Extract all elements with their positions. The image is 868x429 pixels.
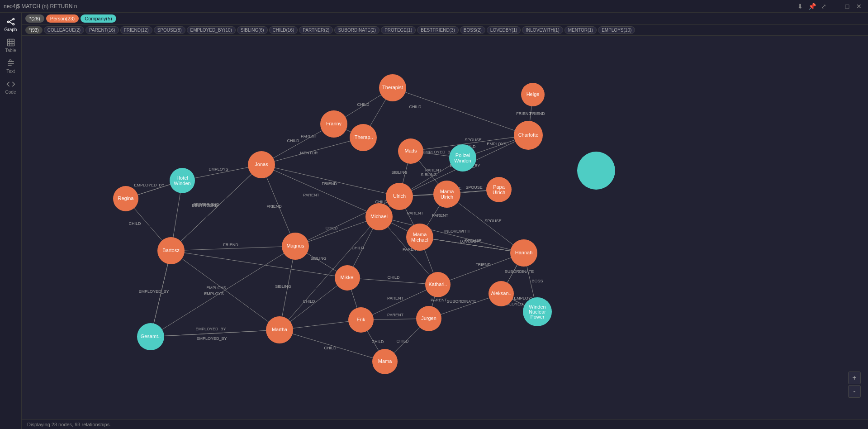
svg-text:LOVEDBY: LOVEDBY <box>460 239 479 243</box>
download-btn[interactable]: ⬇ <box>795 1 806 12</box>
svg-text:SIBLING: SIBLING <box>275 284 291 289</box>
svg-text:CHILD: CHILD <box>396 339 409 343</box>
main-layout: Graph Table A Text Code <box>0 13 868 429</box>
node-martha[interactable] <box>266 316 293 343</box>
rel-chip-all[interactable]: *(93) <box>25 26 43 34</box>
sidebar-item-graph[interactable]: Graph <box>1 14 21 34</box>
svg-text:PARENT: PARENT <box>303 193 319 197</box>
sidebar-text-label: Text <box>6 69 14 74</box>
rel-filter-bar: *(93) COLLEAGUE(2) PARENT(16) FRIEND(12)… <box>22 25 868 36</box>
node-jurgen[interactable] <box>416 306 441 331</box>
graph-canvas[interactable]: CHILD CHILD FRIEND FRIEND CHILD PARENT M… <box>22 36 868 419</box>
node-aleksan[interactable] <box>489 281 514 306</box>
svg-text:EMPLOYED_BY: EMPLOYED_BY <box>195 327 226 331</box>
svg-text:EMPLOYS: EMPLOYS <box>487 142 507 146</box>
svg-text:EMPLOYED_BY: EMPLOYED_BY <box>134 183 164 187</box>
chip-company[interactable]: Company(5) <box>81 14 116 23</box>
svg-text:SIBLING: SIBLING <box>391 170 408 175</box>
rel-chip-employed-by[interactable]: EMPLOYED_BY(10) <box>187 26 236 34</box>
zoom-in-btn[interactable]: + <box>848 372 861 384</box>
rel-chip-colleague[interactable]: COLLEAGUE(2) <box>44 26 84 34</box>
sidebar-item-text[interactable]: A Text <box>1 56 21 76</box>
node-bartosz[interactable] <box>157 237 185 264</box>
svg-text:PARENT: PARENT <box>407 211 423 215</box>
node-mikkel[interactable] <box>335 265 360 291</box>
svg-text:EMPLOYS: EMPLOYS <box>204 291 224 296</box>
rel-chip-mentor[interactable]: MENTOR(1) <box>564 26 597 34</box>
node-michael[interactable] <box>365 203 393 230</box>
node-hannah[interactable] <box>510 239 537 267</box>
rel-chip-friend[interactable]: FRIEND(12) <box>120 26 152 34</box>
rel-chip-bestfriend[interactable]: BESTFRIEND(3) <box>417 26 459 34</box>
rel-chip-boss[interactable]: BOSS(2) <box>460 26 485 34</box>
svg-text:CHILD: CHILD <box>357 102 370 107</box>
rel-chip-child[interactable]: CHILD(16) <box>269 26 298 34</box>
svg-text:MENTOR: MENTOR <box>300 151 318 155</box>
svg-text:EMPLOYED_BY: EMPLOYED_BY <box>138 289 169 294</box>
titlebar-title: neo4j$ MATCH (n) RETURN n <box>4 3 794 10</box>
rel-chip-spouse[interactable]: SPOUSE(8) <box>154 26 185 34</box>
node-mama-michael[interactable] <box>406 224 433 251</box>
svg-text:CHILD: CHILD <box>324 346 337 350</box>
node-franny[interactable] <box>320 110 347 138</box>
sidebar-item-table[interactable]: Table <box>1 35 21 55</box>
node-winden-nuclear[interactable] <box>523 297 552 326</box>
restore-btn[interactable]: □ <box>842 1 853 12</box>
node-mama[interactable] <box>372 349 398 374</box>
rel-chip-parent[interactable]: PARENT(16) <box>85 26 119 34</box>
chip-person[interactable]: Person(23) <box>46 14 79 23</box>
close-btn[interactable]: ✕ <box>854 1 864 12</box>
rel-chip-subordinate[interactable]: SUBORDINATE(2) <box>334 26 379 34</box>
chip-all[interactable]: *(28) <box>25 14 44 23</box>
node-therapist[interactable] <box>379 74 406 101</box>
svg-text:CHILD: CHILD <box>387 275 400 280</box>
svg-text:CHILD: CHILD <box>128 221 141 226</box>
pin-btn[interactable]: 📌 <box>806 1 817 12</box>
svg-text:PARENT: PARENT <box>387 296 403 300</box>
rel-chip-inlovewith[interactable]: INLOVEWITH(1) <box>522 26 563 34</box>
node-big-circle[interactable] <box>577 152 615 190</box>
rel-chip-partner[interactable]: PARTNER(2) <box>299 26 333 34</box>
svg-text:FRIEND: FRIEND <box>322 181 337 186</box>
expand-btn[interactable]: ⤢ <box>818 1 829 12</box>
node-kathari[interactable] <box>425 272 451 297</box>
svg-text:SUBORDINATE: SUBORDINATE <box>505 269 534 274</box>
svg-line-16 <box>393 88 528 135</box>
svg-text:CHILD: CHILD <box>409 105 422 109</box>
graph-controls: + - <box>848 372 861 398</box>
svg-point-2 <box>13 24 14 25</box>
node-regina[interactable] <box>113 186 138 211</box>
node-erik[interactable] <box>348 307 374 333</box>
svg-text:FRIEND: FRIEND <box>530 111 545 116</box>
svg-text:BOSS: BOSS <box>531 279 543 283</box>
svg-text:PARENT: PARENT <box>387 313 403 317</box>
node-helge[interactable] <box>521 83 545 106</box>
node-polizei-winden[interactable] <box>449 144 476 172</box>
svg-text:SPOUSE: SPOUSE <box>484 219 502 223</box>
svg-text:SUBORDINATE: SUBORDINATE <box>447 299 476 304</box>
rel-chip-protege[interactable]: PROTEGE(1) <box>381 26 416 34</box>
node-magnus[interactable] <box>282 233 309 260</box>
node-mama-ulrich[interactable] <box>433 181 460 208</box>
rel-chip-employs[interactable]: EMPLOYS(10) <box>598 26 635 34</box>
node-hotel-winden[interactable] <box>170 168 195 193</box>
svg-text:CHILD: CHILD <box>325 226 338 230</box>
node-jonas[interactable] <box>248 151 275 178</box>
node-papa-ulrich[interactable] <box>486 177 512 202</box>
zoom-out-btn[interactable]: - <box>848 385 861 398</box>
node-itherap[interactable] <box>350 124 377 151</box>
node-mads[interactable] <box>398 138 423 164</box>
sidebar-item-code[interactable]: Code <box>1 77 21 97</box>
rel-chip-sibling[interactable]: SIBLING(6) <box>237 26 268 34</box>
svg-text:SIBLING: SIBLING <box>421 172 437 177</box>
node-ulrich[interactable] <box>386 183 413 210</box>
node-charlotte[interactable] <box>514 121 543 150</box>
minimize-btn[interactable]: — <box>830 1 841 12</box>
rel-chip-lovedby[interactable]: LOVEDBY(1) <box>487 26 521 34</box>
svg-text:EMPLOYED_BY: EMPLOYED_BY <box>196 336 227 341</box>
node-gesamt[interactable] <box>137 323 164 350</box>
svg-text:CHILD: CHILD <box>351 246 364 250</box>
svg-text:A: A <box>9 59 12 63</box>
svg-line-91 <box>171 251 280 330</box>
svg-line-79 <box>379 217 524 253</box>
